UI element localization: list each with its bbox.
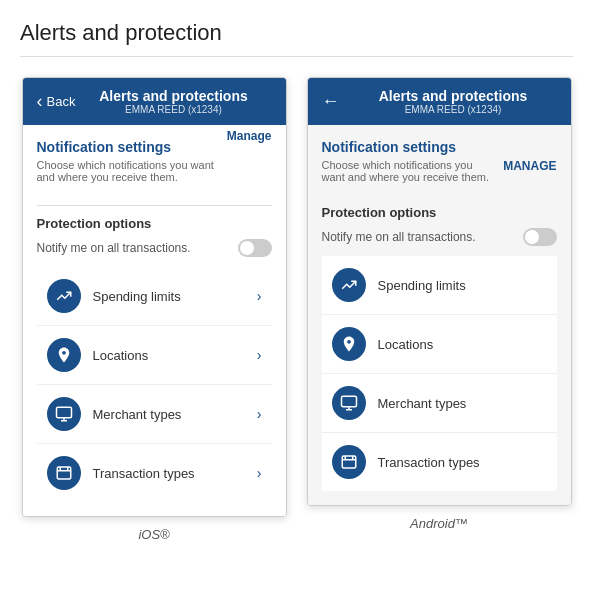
- ios-notification-block: Notification settings Choose which notif…: [37, 139, 272, 193]
- ios-menu-item-spending-limits[interactable]: Spending limits ›: [37, 267, 272, 326]
- ios-menu-list: Spending limits › Locations ›: [37, 267, 272, 502]
- svg-rect-3: [57, 467, 71, 479]
- ios-header-title: Alerts and protections: [75, 88, 271, 104]
- android-protection-title: Protection options: [322, 205, 557, 220]
- ios-header-subtitle: EMMA REED (x1234): [75, 104, 271, 115]
- android-header: ← Alerts and protections EMMA REED (x123…: [308, 78, 571, 125]
- android-manage-link[interactable]: MANAGE: [503, 159, 556, 173]
- svg-rect-0: [56, 407, 71, 418]
- android-transaction-icon: [340, 453, 358, 471]
- android-spending-limits-label: Spending limits: [378, 278, 547, 293]
- merchant-icon: [55, 405, 73, 423]
- ios-menu-item-merchant-types[interactable]: Merchant types ›: [37, 385, 272, 444]
- android-toggle-label: Notify me on all transactions.: [322, 230, 476, 244]
- svg-rect-7: [341, 396, 356, 407]
- android-phone-frame: ← Alerts and protections EMMA REED (x123…: [307, 77, 572, 506]
- ios-transaction-types-icon: [47, 456, 81, 490]
- ios-transaction-types-label: Transaction types: [93, 466, 257, 481]
- ios-locations-chevron: ›: [257, 347, 262, 363]
- android-locations-icon: [332, 327, 366, 361]
- back-button[interactable]: ‹ Back: [37, 91, 76, 112]
- android-transaction-types-label: Transaction types: [378, 455, 547, 470]
- ios-merchant-types-chevron: ›: [257, 406, 262, 422]
- ios-manage-link[interactable]: Manage: [227, 129, 272, 143]
- trending-up-icon: [55, 287, 73, 305]
- svg-rect-10: [342, 456, 356, 468]
- android-back-arrow-icon[interactable]: ←: [322, 91, 340, 112]
- ios-toggle-switch[interactable]: [238, 239, 272, 257]
- android-menu-item-transaction-types[interactable]: Transaction types: [322, 433, 557, 491]
- ios-manage-row: Choose which notifications you want and …: [37, 159, 272, 193]
- android-toggle-knob: [525, 230, 539, 244]
- transaction-icon: [55, 464, 73, 482]
- android-merchant-types-label: Merchant types: [378, 396, 547, 411]
- ios-merchant-types-label: Merchant types: [93, 407, 257, 422]
- ios-spending-limits-chevron: ›: [257, 288, 262, 304]
- android-location-icon: [340, 335, 358, 353]
- ios-locations-label: Locations: [93, 348, 257, 363]
- ios-protection-title: Protection options: [37, 216, 272, 231]
- location-icon: [55, 346, 73, 364]
- ios-menu-item-transaction-types[interactable]: Transaction types ›: [37, 444, 272, 502]
- android-menu-list: Spending limits Locations Me: [322, 256, 557, 491]
- back-label: Back: [47, 94, 76, 109]
- ios-divider: [37, 205, 272, 206]
- ios-phone-frame: ‹ Back Alerts and protections EMMA REED …: [22, 77, 287, 517]
- android-header-title-block: Alerts and protections EMMA REED (x1234): [350, 88, 557, 115]
- android-notification-block: Notification settings Choose which notif…: [322, 139, 557, 193]
- ios-header: ‹ Back Alerts and protections EMMA REED …: [23, 78, 286, 125]
- ios-spending-limits-label: Spending limits: [93, 289, 257, 304]
- android-menu-item-locations[interactable]: Locations: [322, 315, 557, 374]
- ios-menu-item-locations[interactable]: Locations ›: [37, 326, 272, 385]
- back-arrow-icon: ‹: [37, 91, 43, 112]
- android-menu-item-spending-limits[interactable]: Spending limits: [322, 256, 557, 315]
- android-header-title: Alerts and protections: [350, 88, 557, 104]
- android-merchant-icon: [340, 394, 358, 412]
- ios-transaction-types-chevron: ›: [257, 465, 262, 481]
- ios-body: Notification settings Choose which notif…: [23, 125, 286, 516]
- ios-toggle-row: Notify me on all transactions.: [37, 239, 272, 257]
- android-body: Notification settings Choose which notif…: [308, 125, 571, 505]
- ios-notification-desc: Choose which notifications you want and …: [37, 159, 227, 183]
- android-toggle-row: Notify me on all transactions.: [322, 228, 557, 246]
- ios-merchant-types-icon: [47, 397, 81, 431]
- android-trending-up-icon: [340, 276, 358, 294]
- ios-toggle-knob: [240, 241, 254, 255]
- android-toggle-switch[interactable]: [523, 228, 557, 246]
- android-spending-limits-icon: [332, 268, 366, 302]
- ios-phone-wrapper: ‹ Back Alerts and protections EMMA REED …: [22, 77, 287, 542]
- ios-locations-icon: [47, 338, 81, 372]
- android-locations-label: Locations: [378, 337, 547, 352]
- ios-header-title-block: Alerts and protections EMMA REED (x1234): [75, 88, 271, 115]
- page-title: Alerts and protection: [20, 20, 573, 57]
- android-manage-row: Choose which notifications you want and …: [322, 159, 557, 193]
- android-phone-wrapper: ← Alerts and protections EMMA REED (x123…: [307, 77, 572, 542]
- android-menu-item-merchant-types[interactable]: Merchant types: [322, 374, 557, 433]
- android-label: Android™: [410, 516, 468, 531]
- android-transaction-types-icon: [332, 445, 366, 479]
- ios-toggle-label: Notify me on all transactions.: [37, 241, 191, 255]
- android-notification-desc: Choose which notifications you want and …: [322, 159, 494, 183]
- ios-label: iOS®: [138, 527, 169, 542]
- phones-container: ‹ Back Alerts and protections EMMA REED …: [20, 77, 573, 542]
- ios-spending-limits-icon: [47, 279, 81, 313]
- android-merchant-types-icon: [332, 386, 366, 420]
- android-header-subtitle: EMMA REED (x1234): [350, 104, 557, 115]
- android-notification-title: Notification settings: [322, 139, 557, 155]
